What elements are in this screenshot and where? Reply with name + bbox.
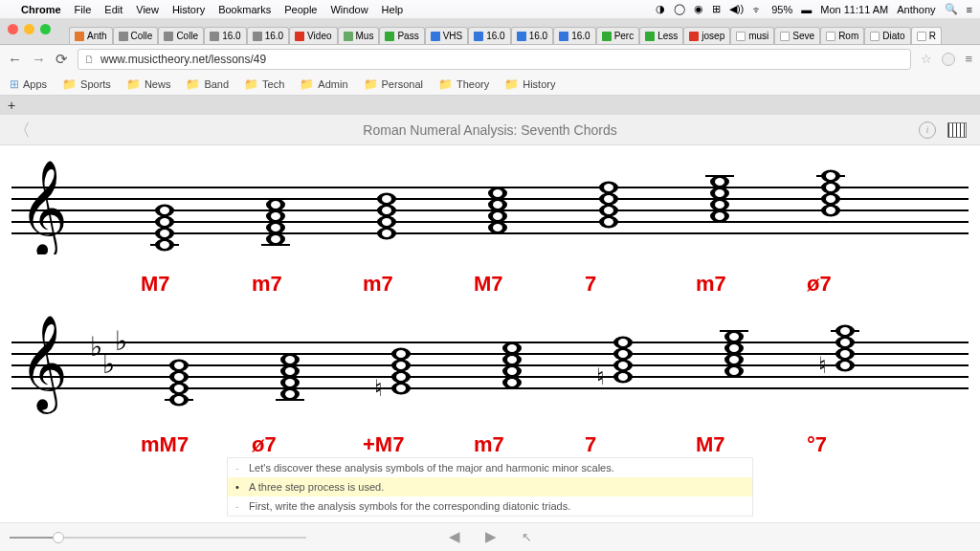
minimize-window[interactable] [24, 24, 34, 34]
close-window[interactable] [8, 24, 18, 34]
lesson-controls: ◀ ▶ ↖ [0, 522, 980, 551]
spotlight-icon[interactable]: 🔍 [945, 3, 958, 15]
favicon [689, 32, 699, 41]
address-bar[interactable]: 🗋 www.musictheory.net/lessons/49 [78, 49, 911, 70]
menu-file[interactable]: File [75, 4, 92, 15]
menu-list-icon[interactable]: ≡ [967, 4, 972, 15]
labels-major: M7m7m7M77m7ø7 [11, 272, 969, 297]
lesson-back-icon[interactable]: 〈 [13, 119, 31, 142]
back-button[interactable]: ← [8, 51, 22, 67]
page-info-icon[interactable]: 🗋 [84, 54, 95, 65]
window-controls [8, 24, 51, 34]
wifi-icon[interactable]: ᯤ [752, 4, 763, 15]
browser-tab[interactable]: Perc [596, 27, 640, 44]
bookmark-folder[interactable]: 📁Tech [244, 77, 284, 91]
svg-point-35 [493, 212, 502, 220]
menu-help[interactable]: Help [382, 4, 404, 15]
transcript-line[interactable]: First, write the analysis symbols for th… [228, 496, 752, 516]
bookmarks-bar: ⊞Apps 📁Sports📁News📁Band📁Tech📁Admin📁Perso… [0, 73, 980, 96]
svg-point-111 [618, 373, 628, 381]
menu-edit[interactable]: Edit [104, 4, 122, 15]
browser-toolbar: ← → ⟳ 🗋 www.musictheory.net/lessons/49 ☆… [0, 44, 980, 73]
svg-point-79 [174, 385, 184, 392]
browser-tab[interactable]: josep [683, 27, 730, 44]
favicon [736, 32, 746, 41]
cursor-icon: ↖ [522, 530, 532, 544]
svg-point-62 [826, 184, 835, 191]
menu-window[interactable]: Window [330, 4, 368, 15]
browser-tab[interactable]: Anth [69, 27, 113, 44]
svg-text:♮: ♮ [374, 375, 383, 401]
svg-point-88 [285, 379, 295, 386]
browser-tab[interactable]: musi [730, 27, 774, 44]
status-icon-2[interactable]: ◯ [674, 3, 685, 15]
clock[interactable]: Mon 11:11 AM [820, 4, 888, 15]
svg-text:♭: ♭ [90, 332, 102, 362]
next-step-button[interactable]: ▶ [485, 528, 497, 545]
browser-tab[interactable]: 16.0 [247, 27, 289, 44]
browser-tab[interactable]: Video [289, 27, 337, 44]
new-tab-button[interactable]: + [0, 96, 980, 115]
browser-tab[interactable]: Diato [864, 27, 910, 44]
browser-tab[interactable]: 16.0 [553, 27, 595, 44]
browser-tab[interactable]: Mus [338, 27, 380, 44]
bookmark-folder[interactable]: 📁Theory [438, 77, 489, 91]
bookmark-folder[interactable]: 📁Personal [364, 77, 423, 91]
user-name[interactable]: Anthony [897, 4, 935, 15]
browser-tab[interactable]: Seve [774, 27, 820, 44]
browser-tab[interactable]: Less [639, 27, 683, 44]
zoom-window[interactable] [40, 24, 51, 34]
menu-view[interactable]: View [136, 4, 159, 15]
tab-strip: AnthColleColle16.016.0VideoMusPassVHS16.… [0, 19, 980, 44]
status-icon-1[interactable]: ◑ [656, 3, 665, 15]
bookmark-folder[interactable]: 📁News [126, 77, 171, 91]
transcript-lines[interactable]: Let's discover these analysis symbols of… [227, 457, 753, 517]
chrome-menu-icon[interactable]: ≡ [965, 52, 972, 66]
labels-minor: mM7ø7+M7m77M7°7 [11, 432, 969, 457]
tab-label: Seve [792, 31, 814, 41]
bookmark-folder[interactable]: 📁Band [186, 77, 229, 91]
svg-point-103 [507, 379, 517, 386]
bluetooth-icon[interactable]: ⊞ [712, 3, 721, 15]
chord-quality-label: m7 [696, 272, 807, 297]
browser-tab[interactable]: R [911, 27, 942, 44]
browser-tab[interactable]: 16.0 [468, 27, 510, 44]
lesson-header: 〈 Roman Numeral Analysis: Seventh Chords… [0, 115, 980, 145]
browser-tab[interactable]: 16.0 [511, 27, 553, 44]
apps-shortcut[interactable]: ⊞Apps [10, 77, 47, 91]
browser-tab[interactable]: Rom [820, 27, 864, 44]
folder-icon: 📁 [364, 77, 378, 91]
menu-bookmarks[interactable]: Bookmarks [218, 4, 271, 15]
prev-step-button[interactable]: ◀ [449, 528, 460, 545]
transcript-line[interactable]: Let's discover these analysis symbols of… [228, 458, 752, 477]
tab-label: R [929, 31, 936, 41]
app-name[interactable]: Chrome [21, 4, 61, 15]
browser-tab[interactable]: VHS [425, 27, 469, 44]
folder-icon: 📁 [300, 77, 314, 91]
folder-icon: 📁 [62, 77, 77, 91]
bookmark-star-icon[interactable]: ☆ [921, 52, 932, 66]
bookmark-folder[interactable]: 📁History [504, 77, 555, 91]
menu-history[interactable]: History [172, 4, 205, 15]
forward-button[interactable]: → [32, 51, 46, 67]
battery-icon[interactable]: ▬ [801, 4, 812, 15]
transcript-line[interactable]: A three step process is used. [228, 477, 752, 496]
menu-people[interactable]: People [284, 4, 317, 15]
browser-tab[interactable]: 16.0 [204, 27, 246, 44]
favicon [253, 32, 262, 41]
svg-point-47 [604, 184, 613, 191]
svg-point-17 [271, 235, 280, 243]
status-icon-3[interactable]: ◉ [694, 3, 703, 15]
bookmark-folder[interactable]: 📁Admin [300, 77, 347, 91]
piano-icon[interactable] [947, 122, 967, 138]
bookmark-folder[interactable]: 📁Sports [62, 77, 111, 91]
browser-tab[interactable]: Pass [379, 27, 424, 44]
browser-tab[interactable]: Colle [113, 27, 159, 44]
info-icon[interactable]: i [919, 121, 936, 139]
browser-tab[interactable]: Colle [158, 27, 204, 44]
svg-point-109 [507, 344, 517, 352]
extension-icon[interactable] [942, 53, 955, 66]
progress-knob[interactable] [53, 532, 64, 543]
reload-button[interactable]: ⟳ [56, 51, 68, 68]
volume-icon[interactable]: ◀)) [729, 3, 744, 15]
